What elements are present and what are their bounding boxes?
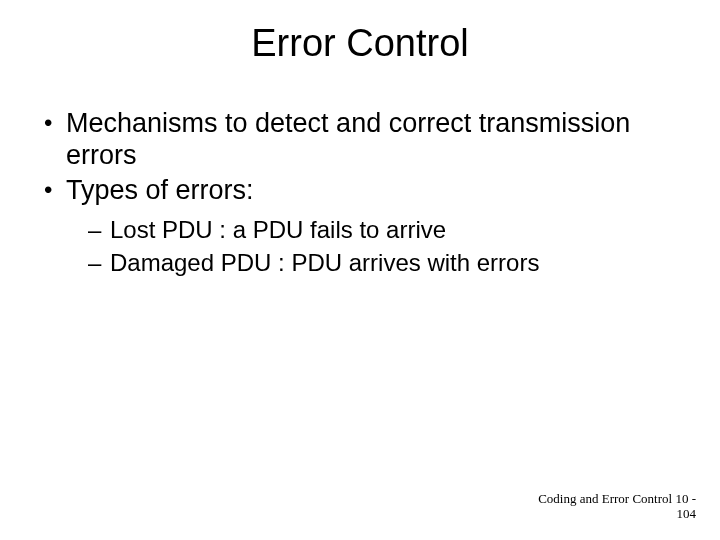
- bullet-text: Mechanisms to detect and correct transmi…: [66, 108, 630, 170]
- bullet-item: Mechanisms to detect and correct transmi…: [40, 107, 680, 172]
- slide-title: Error Control: [0, 0, 720, 77]
- footer-line: Coding and Error Control 10 -: [538, 492, 696, 507]
- sub-bullet-list: Lost PDU : a PDU fails to arrive Damaged…: [66, 216, 680, 278]
- footer-page-number: 104: [538, 507, 696, 522]
- sub-bullet-item: Damaged PDU : PDU arrives with errors: [86, 249, 680, 278]
- slide-body: Mechanisms to detect and correct transmi…: [0, 77, 720, 278]
- slide-footer: Coding and Error Control 10 - 104: [538, 492, 696, 522]
- slide: Error Control Mechanisms to detect and c…: [0, 0, 720, 540]
- sub-bullet-item: Lost PDU : a PDU fails to arrive: [86, 216, 680, 245]
- bullet-list: Mechanisms to detect and correct transmi…: [40, 107, 680, 278]
- sub-bullet-text: Damaged PDU : PDU arrives with errors: [110, 249, 539, 276]
- bullet-text: Types of errors:: [66, 175, 254, 205]
- sub-bullet-text: Lost PDU : a PDU fails to arrive: [110, 216, 446, 243]
- bullet-item: Types of errors: Lost PDU : a PDU fails …: [40, 174, 680, 278]
